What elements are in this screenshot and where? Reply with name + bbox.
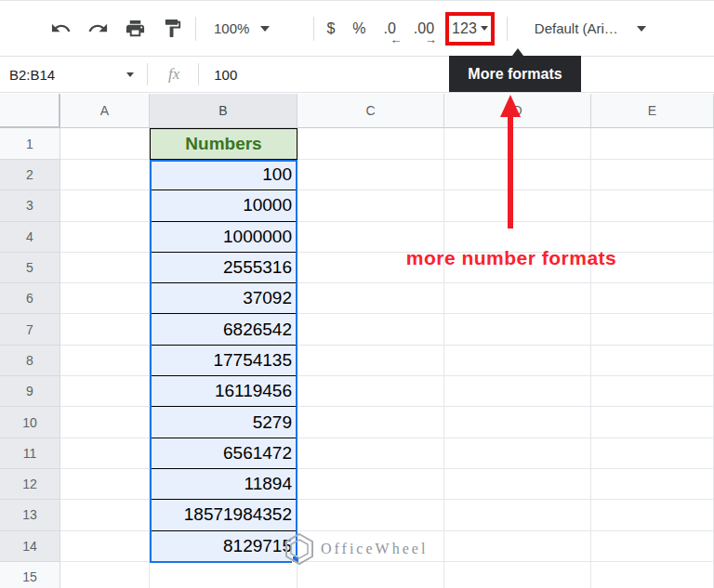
cell-D8[interactable]: [444, 346, 591, 376]
row-header-14[interactable]: 14: [0, 531, 60, 562]
cell-A9[interactable]: [60, 376, 150, 407]
cell-E3[interactable]: [591, 190, 714, 221]
paint-format-button[interactable]: [162, 18, 183, 39]
row-header-15[interactable]: 15: [0, 562, 60, 588]
row-header-12[interactable]: 12: [0, 469, 60, 500]
cell-E6[interactable]: [591, 283, 714, 314]
cell-A10[interactable]: [60, 407, 150, 438]
row-header-10[interactable]: 10: [0, 407, 60, 438]
row-header-3[interactable]: 3: [0, 190, 60, 221]
cell-B6[interactable]: 37092: [150, 283, 298, 314]
cell-A14[interactable]: [60, 531, 150, 562]
print-button[interactable]: [125, 18, 146, 39]
cell-A11[interactable]: [60, 438, 150, 469]
cell-A2[interactable]: [60, 160, 150, 190]
cell-B10[interactable]: 5279: [150, 407, 298, 438]
cell-D10[interactable]: [444, 407, 591, 438]
cell-C3[interactable]: [298, 190, 444, 221]
cell-C6[interactable]: [298, 283, 444, 314]
row-header-4[interactable]: 4: [0, 222, 60, 253]
cell-A6[interactable]: [60, 283, 150, 314]
row-header-13[interactable]: 13: [0, 500, 60, 530]
cell-E11[interactable]: [591, 438, 714, 469]
cell-E12[interactable]: [591, 469, 714, 500]
cell-B2[interactable]: 100: [150, 160, 298, 190]
row-header-11[interactable]: 11: [0, 438, 60, 469]
row-header-5[interactable]: 5: [0, 253, 60, 283]
more-formats-button[interactable]: 123: [452, 20, 488, 37]
cell-B5[interactable]: 2555316: [150, 253, 298, 283]
decrease-decimal-button[interactable]: .0 ←: [384, 20, 396, 37]
cell-B9[interactable]: 16119456: [150, 376, 298, 407]
zoom-selector[interactable]: 100%: [214, 20, 270, 36]
percent-format-button[interactable]: %: [352, 20, 365, 37]
cell-D14[interactable]: [444, 531, 591, 562]
column-header-E[interactable]: E: [591, 94, 714, 128]
row-header-9[interactable]: 9: [0, 376, 60, 407]
cell-C9[interactable]: [298, 376, 444, 407]
cell-D1[interactable]: [444, 128, 591, 160]
cell-D15[interactable]: [444, 562, 591, 588]
increase-decimal-button[interactable]: .00 →: [414, 20, 434, 37]
cell-B11[interactable]: 6561472: [150, 438, 298, 469]
cell-C13[interactable]: [298, 500, 444, 530]
cell-A1[interactable]: [60, 128, 150, 160]
cell-C2[interactable]: [298, 160, 444, 190]
cell-A7[interactable]: [60, 314, 150, 345]
cell-A13[interactable]: [60, 500, 150, 530]
row-header-6[interactable]: 6: [0, 283, 60, 314]
font-selector[interactable]: Default (Ari…: [535, 20, 646, 36]
undo-button[interactable]: [50, 18, 72, 39]
cell-D11[interactable]: [444, 438, 591, 469]
cell-A3[interactable]: [60, 190, 150, 221]
cell-D12[interactable]: [444, 469, 591, 500]
cell-A12[interactable]: [60, 469, 150, 500]
cell-C8[interactable]: [298, 346, 444, 376]
redo-button[interactable]: [87, 18, 109, 39]
row-header-8[interactable]: 8: [0, 346, 60, 376]
cell-E2[interactable]: [591, 160, 714, 190]
cell-C11[interactable]: [298, 438, 444, 469]
cell-E1[interactable]: [591, 128, 714, 160]
cell-E8[interactable]: [591, 346, 714, 376]
cell-B12[interactable]: 11894: [150, 469, 298, 500]
formula-input[interactable]: 100: [214, 67, 237, 83]
cell-C10[interactable]: [298, 407, 444, 438]
cell-D6[interactable]: [444, 283, 591, 314]
column-header-C[interactable]: C: [298, 94, 444, 128]
cell-B3[interactable]: 10000: [150, 190, 298, 221]
row-header-2[interactable]: 2: [0, 160, 60, 190]
cell-C1[interactable]: [298, 128, 444, 160]
cell-A15[interactable]: [60, 562, 150, 588]
cell-D2[interactable]: [444, 160, 591, 190]
currency-format-button[interactable]: $: [326, 20, 335, 37]
cell-E7[interactable]: [591, 314, 714, 345]
row-header-7[interactable]: 7: [0, 314, 60, 345]
cell-B1[interactable]: Numbers: [150, 128, 298, 160]
select-all-corner[interactable]: [0, 94, 60, 128]
cell-B13[interactable]: 18571984352: [150, 500, 298, 530]
column-header-B[interactable]: B: [150, 94, 298, 128]
cell-B7[interactable]: 6826542: [150, 314, 298, 345]
cell-D9[interactable]: [444, 376, 591, 407]
cell-D7[interactable]: [444, 314, 591, 345]
cell-E9[interactable]: [591, 376, 714, 407]
cell-E10[interactable]: [591, 407, 714, 438]
cell-C12[interactable]: [298, 469, 444, 500]
row-header-1[interactable]: 1: [0, 128, 60, 160]
cell-B14[interactable]: 8129715: [150, 531, 298, 562]
cell-A8[interactable]: [60, 346, 150, 376]
cell-E15[interactable]: [591, 562, 714, 588]
column-header-A[interactable]: A: [60, 94, 150, 128]
cell-B8[interactable]: 17754135: [150, 346, 298, 376]
cell-C7[interactable]: [298, 314, 444, 345]
cell-A5[interactable]: [60, 253, 150, 283]
cell-B15[interactable]: [150, 562, 298, 588]
cell-A4[interactable]: [60, 222, 150, 253]
cell-B4[interactable]: 1000000: [150, 222, 298, 253]
name-box[interactable]: B2:B14: [9, 67, 139, 83]
cell-D13[interactable]: [444, 500, 591, 530]
cell-D3[interactable]: [444, 190, 591, 221]
cell-E14[interactable]: [591, 531, 714, 562]
cell-E13[interactable]: [591, 500, 714, 530]
